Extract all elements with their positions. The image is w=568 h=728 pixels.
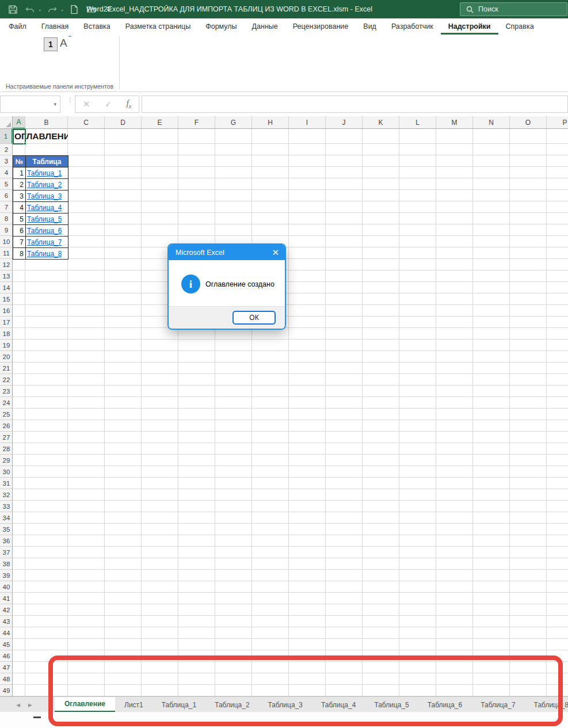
column-header-O[interactable]: O <box>510 116 547 129</box>
ribbon-tab-4[interactable]: Разметка страницы <box>118 18 198 35</box>
toc-hyperlink-7[interactable]: Таблица_7 <box>27 238 62 246</box>
name-box-dropdown-icon[interactable]: ▾ <box>54 101 56 107</box>
toc-header-table[interactable]: Таблица <box>26 156 68 167</box>
toc-hyperlink-6[interactable]: Таблица_6 <box>27 227 62 235</box>
row-header-31[interactable]: 31 <box>0 478 13 489</box>
row-header-29[interactable]: 29 <box>0 455 13 466</box>
row-header-25[interactable]: 25 <box>0 409 13 420</box>
toc-num-cell[interactable]: 4 <box>13 202 26 214</box>
row-header-18[interactable]: 18 <box>0 328 13 340</box>
sheet-tab-лист1[interactable]: Лист1 <box>115 697 153 712</box>
row-header-32[interactable]: 32 <box>0 489 13 501</box>
row-header-10[interactable]: 10 <box>0 236 13 247</box>
row-header-13[interactable]: 13 <box>0 270 13 282</box>
ribbon-tab-3[interactable]: Вставка <box>76 18 117 35</box>
row-header-12[interactable]: 12 <box>0 259 13 270</box>
toc-hyperlink-2[interactable]: Таблица_2 <box>27 181 62 189</box>
row-header-5[interactable]: 5 <box>0 178 13 190</box>
column-header-D[interactable]: D <box>105 116 142 129</box>
row-header-21[interactable]: 21 <box>0 363 13 374</box>
column-header-J[interactable]: J <box>326 116 363 129</box>
toc-num-cell[interactable]: 1 <box>13 167 26 179</box>
row-header-26[interactable]: 26 <box>0 420 13 432</box>
sheet-tab-таблица-8[interactable]: Таблица_8 <box>525 697 568 712</box>
toc-hyperlink-5[interactable]: Таблица_5 <box>27 215 62 223</box>
ribbon-tab-2[interactable]: Главная <box>34 18 77 35</box>
column-header-N[interactable]: N <box>473 116 510 129</box>
row-header-42[interactable]: 42 <box>0 604 13 616</box>
column-header-P[interactable]: P <box>547 116 568 129</box>
sheet-tab-таблица-6[interactable]: Таблица_6 <box>418 697 471 712</box>
toc-num-cell[interactable]: 8 <box>13 248 26 260</box>
ribbon-tab-8[interactable]: Вид <box>356 18 384 35</box>
row-header-49[interactable]: 49 <box>0 685 13 696</box>
toc-hyperlink-1[interactable]: Таблица_1 <box>27 169 62 177</box>
ribbon-tab-5[interactable]: Формулы <box>198 18 244 35</box>
row-header-38[interactable]: 38 <box>0 558 13 570</box>
ribbon-tab-9[interactable]: Разработчик <box>384 18 441 35</box>
row-header-27[interactable]: 27 <box>0 432 13 443</box>
toc-num-cell[interactable]: 2 <box>13 179 26 190</box>
sheet-prev-icon[interactable]: ◀ <box>16 702 20 708</box>
row-header-14[interactable]: 14 <box>0 282 13 294</box>
row-header-4[interactable]: 4 <box>0 167 13 178</box>
toc-num-cell[interactable]: 6 <box>13 225 26 237</box>
custom-toolbar-button[interactable]: 1 <box>44 37 58 51</box>
column-header-I[interactable]: I <box>289 116 326 129</box>
column-header-H[interactable]: H <box>252 116 289 129</box>
sheet-tab-таблица-2[interactable]: Таблица_2 <box>205 697 258 712</box>
row-header-20[interactable]: 20 <box>0 351 13 363</box>
sheet-tab-таблица-7[interactable]: Таблица_7 <box>471 697 524 712</box>
sheet-tab-таблица-1[interactable]: Таблица_1 <box>153 697 205 712</box>
row-header-46[interactable]: 46 <box>0 650 13 662</box>
fill-handle[interactable] <box>24 142 26 145</box>
column-header-G[interactable]: G <box>215 116 252 129</box>
row-header-30[interactable]: 30 <box>0 466 13 478</box>
close-icon[interactable]: ✕ <box>272 245 279 260</box>
row-header-45[interactable]: 45 <box>0 639 13 650</box>
selected-cell-a1[interactable] <box>13 129 26 144</box>
toc-num-cell[interactable]: 7 <box>13 237 26 248</box>
column-header-K[interactable]: K <box>363 116 399 129</box>
ok-button[interactable]: ОК <box>232 311 276 325</box>
toc-hyperlink-8[interactable]: Таблица_8 <box>27 250 62 258</box>
column-header-A[interactable]: A <box>13 116 25 129</box>
column-header-L[interactable]: L <box>399 116 436 129</box>
row-header-28[interactable]: 28 <box>0 443 13 455</box>
sheet-tab-таблица-4[interactable]: Таблица_4 <box>312 697 365 712</box>
row-header-40[interactable]: 40 <box>0 581 13 593</box>
sheet-next-icon[interactable]: ▶ <box>28 702 32 708</box>
column-header-F[interactable]: F <box>178 116 215 129</box>
row-header-34[interactable]: 34 <box>0 512 13 524</box>
search-input[interactable]: Поиск <box>460 2 567 16</box>
enter-icon[interactable]: ✓ <box>105 100 112 109</box>
toc-hyperlink-4[interactable]: Таблица_4 <box>27 204 62 212</box>
toc-num-cell[interactable]: 5 <box>13 214 26 225</box>
row-header-48[interactable]: 48 <box>0 673 13 685</box>
dialog-title-bar[interactable]: Microsoft Excel <box>169 245 285 260</box>
row-header-36[interactable]: 36 <box>0 535 13 547</box>
formula-input[interactable] <box>142 96 568 113</box>
row-header-15[interactable]: 15 <box>0 294 13 305</box>
row-header-1[interactable]: 1 <box>0 129 13 144</box>
row-header-2[interactable]: 2 <box>0 144 13 155</box>
row-header-22[interactable]: 22 <box>0 374 13 386</box>
row-header-35[interactable]: 35 <box>0 524 13 535</box>
name-box[interactable]: ▾ <box>0 96 60 113</box>
toc-num-cell[interactable]: 3 <box>13 190 26 202</box>
row-header-33[interactable]: 33 <box>0 501 13 512</box>
sheet-tab-таблица-3[interactable]: Таблица_3 <box>259 697 312 712</box>
toc-header-num[interactable]: № <box>13 156 26 167</box>
row-header-41[interactable]: 41 <box>0 593 13 604</box>
row-header-39[interactable]: 39 <box>0 570 13 581</box>
insert-function-icon[interactable]: fx <box>127 99 131 109</box>
row-header-37[interactable]: 37 <box>0 547 13 558</box>
row-header-24[interactable]: 24 <box>0 397 13 409</box>
row-header-43[interactable]: 43 <box>0 616 13 627</box>
row-header-8[interactable]: 8 <box>0 213 13 224</box>
row-header-19[interactable]: 19 <box>0 340 13 351</box>
ribbon-tab-6[interactable]: Данные <box>245 18 285 35</box>
column-header-M[interactable]: M <box>436 116 473 129</box>
row-header-47[interactable]: 47 <box>0 662 13 673</box>
column-header-E[interactable]: E <box>142 116 178 129</box>
